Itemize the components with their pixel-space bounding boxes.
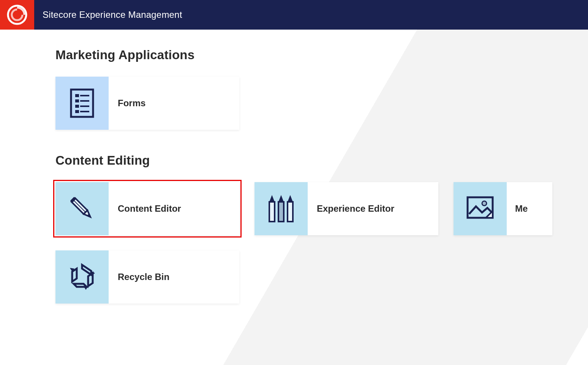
tile-label: Experience Editor (308, 182, 394, 235)
tile-row: Recycle Bin (55, 250, 588, 304)
svg-marker-25 (84, 286, 88, 290)
tile-forms[interactable]: Forms (55, 77, 239, 130)
app-header: Sitecore Experience Management (0, 0, 588, 30)
section-title: Marketing Applications (55, 48, 588, 62)
launchpad-content: Marketing Applications (0, 30, 588, 304)
tile-recycle-bin[interactable]: Recycle Bin (55, 250, 239, 304)
svg-marker-16 (269, 195, 275, 202)
pencil-icon (55, 182, 109, 235)
picture-icon (454, 182, 507, 235)
svg-rect-6 (75, 105, 79, 108)
logo[interactable] (0, 0, 34, 30)
svg-rect-5 (80, 100, 89, 102)
svg-marker-18 (278, 195, 284, 202)
section-marketing-applications: Marketing Applications (55, 48, 588, 130)
tile-label: Forms (109, 77, 145, 130)
tile-label: Me (507, 182, 528, 235)
tile-content-editor[interactable]: Content Editor (55, 182, 239, 235)
tile-row: Forms (55, 77, 588, 130)
recycle-icon (55, 250, 109, 304)
header-title: Sitecore Experience Management (34, 0, 182, 30)
sitecore-logo-icon (6, 4, 28, 25)
tile-row: Content Editor Experience Editor (55, 182, 588, 235)
svg-rect-3 (80, 95, 89, 96)
svg-marker-23 (486, 211, 493, 218)
pencils-icon (254, 182, 308, 235)
svg-rect-19 (288, 202, 293, 222)
svg-rect-2 (75, 94, 79, 97)
svg-point-22 (482, 201, 487, 206)
svg-rect-17 (278, 202, 284, 222)
tile-media-library[interactable]: Me (454, 182, 552, 235)
tile-label: Content Editor (109, 182, 181, 235)
svg-rect-4 (75, 99, 79, 102)
section-content-editing: Content Editing Content Editor (55, 153, 588, 304)
section-title: Content Editing (55, 153, 588, 168)
svg-rect-15 (269, 202, 275, 222)
svg-rect-1 (71, 90, 93, 117)
svg-rect-8 (75, 110, 79, 113)
svg-marker-20 (288, 195, 293, 202)
tile-label: Recycle Bin (109, 250, 169, 304)
svg-rect-9 (80, 111, 89, 112)
tile-experience-editor[interactable]: Experience Editor (254, 182, 438, 235)
form-icon (55, 77, 109, 130)
svg-rect-7 (80, 105, 89, 107)
